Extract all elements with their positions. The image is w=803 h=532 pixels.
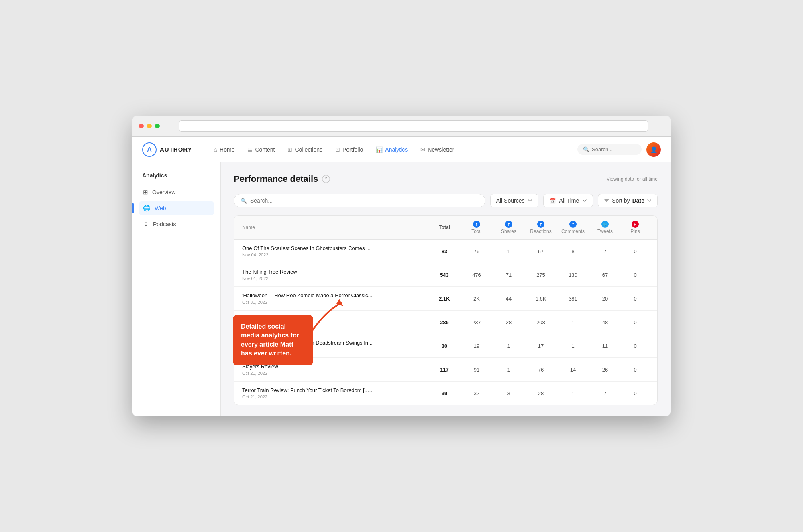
cell-tweets: 11 (589, 343, 621, 349)
col-total: Total (428, 225, 461, 230)
sort-dropdown[interactable]: Sort by Date (598, 194, 658, 207)
cell-pins: 0 (621, 296, 649, 302)
nav-portfolio[interactable]: ⊡ Portfolio (330, 143, 369, 156)
nav-newsletter[interactable]: ✉ Newsletter (415, 143, 460, 156)
nav-home[interactable]: ⌂ Home (208, 143, 240, 156)
cell-tweets: 48 (589, 319, 621, 325)
table-header: Name Total f Total f Shares f (234, 216, 657, 240)
sidebar-item-overview[interactable]: ⊞ Overview (139, 185, 214, 199)
cell-tweets: 26 (589, 367, 621, 373)
cell-pins: 0 (621, 390, 649, 396)
brand-name: AUTHORY (160, 146, 192, 153)
portfolio-icon: ⊡ (335, 146, 340, 153)
table-row[interactable]: One Of The Scariest Scenes In Ghostbuste… (234, 240, 657, 263)
sidebar-item-podcasts[interactable]: 🎙 Podcasts (139, 217, 214, 231)
navbar: A AUTHORY ⌂ Home ▤ Content ⊞ Collections… (132, 137, 671, 162)
home-icon: ⌂ (214, 146, 217, 153)
search-icon: 🔍 (583, 146, 589, 152)
cell-total: 2.1K (428, 296, 461, 302)
nav-analytics[interactable]: 📊 Analytics (370, 143, 413, 156)
col-reactions: f Reactions (525, 221, 557, 234)
facebook-icon: f (473, 221, 480, 228)
table-row[interactable]: The Killing Tree Review Nov 01, 2022 543… (234, 263, 657, 287)
sidebar-title: Analytics (139, 172, 214, 179)
help-icon[interactable]: ? (322, 175, 330, 183)
table-row[interactable]: 'Halloween' – How Rob Zombie Made a Horr… (234, 287, 657, 311)
page-title-row: Performance details ? (234, 174, 330, 184)
maximize-dot[interactable] (155, 124, 160, 128)
cell-tweets: 20 (589, 296, 621, 302)
content-area: Analytics ⊞ Overview 🌐 Web 🎙 Podcasts Pe… (132, 162, 671, 416)
page-title: Performance details (234, 174, 318, 184)
newsletter-icon: ✉ (420, 146, 425, 153)
cell-fb-total: 91 (461, 367, 493, 373)
logo[interactable]: A AUTHORY (142, 142, 192, 157)
logo-icon: A (142, 142, 157, 157)
cell-pins: 0 (621, 367, 649, 373)
cell-comments: 381 (557, 296, 589, 302)
cell-pins: 0 (621, 272, 649, 278)
article-title: The Killing Tree Review (242, 269, 428, 275)
cell-comments: 1 (557, 319, 589, 325)
overview-icon: ⊞ (143, 189, 148, 196)
col-shares: f Shares (493, 221, 525, 234)
nav-collections[interactable]: ⊞ Collections (282, 143, 328, 156)
article-info: Terror Train Review: Punch Your Ticket T… (242, 387, 428, 399)
close-dot[interactable] (139, 124, 144, 128)
search-filter[interactable]: 🔍 (234, 194, 485, 207)
cell-tweets: 67 (589, 272, 621, 278)
cell-reactions: 17 (525, 343, 557, 349)
main-content: Performance details ? Viewing data for a… (221, 162, 671, 416)
cell-comments: 1 (557, 343, 589, 349)
search-filter-input[interactable] (250, 197, 479, 204)
nav-items: ⌂ Home ▤ Content ⊞ Collections ⊡ Portfol… (208, 143, 571, 156)
podcasts-icon: 🎙 (143, 221, 149, 227)
cell-reactions: 67 (525, 248, 557, 254)
twitter-icon: 🐦 (601, 221, 609, 228)
chevron-down-icon (528, 198, 532, 203)
cell-shares: 1 (493, 343, 525, 349)
nav-content[interactable]: ▤ Content (242, 143, 280, 156)
cell-comments: 130 (557, 272, 589, 278)
cell-reactions: 76 (525, 367, 557, 373)
cell-total: 83 (428, 248, 461, 254)
cell-total: 285 (428, 319, 461, 325)
cell-comments: 1 (557, 390, 589, 396)
callout-arrow (301, 295, 349, 345)
col-name: Name (242, 225, 428, 230)
filters-row: 🔍 All Sources 📅 All Time (234, 194, 658, 207)
content-icon: ▤ (247, 146, 253, 153)
web-icon: 🌐 (143, 205, 151, 212)
col-pins: P Pins (621, 221, 649, 234)
pinterest-icon: P (632, 221, 639, 228)
table-row[interactable]: Terror Train Review: Punch Your Ticket T… (234, 382, 657, 405)
avatar[interactable]: 👤 (646, 142, 661, 157)
cell-reactions: 1.6K (525, 296, 557, 302)
cell-pins: 0 (621, 343, 649, 349)
url-bar[interactable] (179, 120, 648, 132)
cell-shares: 1 (493, 367, 525, 373)
cell-pins: 0 (621, 248, 649, 254)
time-dropdown[interactable]: 📅 All Time (543, 194, 593, 207)
cell-shares: 3 (493, 390, 525, 396)
cell-tweets: 7 (589, 390, 621, 396)
titlebar (132, 116, 671, 137)
analytics-icon: 📊 (376, 146, 383, 153)
collections-icon: ⊞ (287, 146, 292, 153)
cell-total: 543 (428, 272, 461, 278)
facebook-reactions-icon: f (537, 221, 544, 228)
chevron-down-icon (582, 198, 587, 203)
article-info: One Of The Scariest Scenes In Ghostbuste… (242, 245, 428, 257)
nav-search-input[interactable] (592, 146, 636, 152)
nav-search[interactable]: 🔍 (577, 144, 642, 155)
sidebar-item-web[interactable]: 🌐 Web (139, 201, 214, 215)
article-date: Nov 01, 2022 (242, 276, 428, 281)
minimize-dot[interactable] (147, 124, 152, 128)
col-tweets: 🐦 Tweets (589, 221, 621, 234)
cell-total: 39 (428, 390, 461, 396)
cell-shares: 28 (493, 319, 525, 325)
article-date: Oct 21, 2022 (242, 394, 428, 399)
article-date: Oct 21, 2022 (242, 371, 428, 376)
article-title: One Of The Scariest Scenes In Ghostbuste… (242, 245, 428, 251)
sources-dropdown[interactable]: All Sources (490, 194, 539, 207)
